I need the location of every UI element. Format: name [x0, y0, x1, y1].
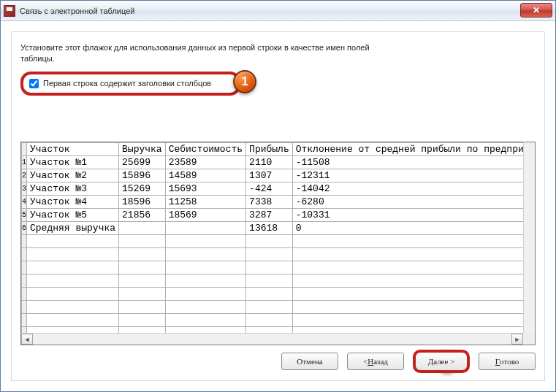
data-cell[interactable] [119, 327, 166, 334]
data-cell[interactable] [27, 301, 119, 314]
table-row[interactable] [22, 248, 524, 261]
data-cell[interactable] [165, 327, 245, 334]
data-cell[interactable] [119, 261, 166, 274]
first-row-headers-checkbox[interactable] [29, 79, 39, 88]
table-row[interactable]: 5Участок №521856185693287-10331 [22, 209, 524, 222]
table-row[interactable] [22, 235, 524, 248]
data-cell[interactable]: 21856 [119, 209, 166, 222]
back-button[interactable]: < Назад [347, 353, 404, 370]
data-cell[interactable] [246, 261, 293, 274]
data-cell[interactable] [27, 327, 119, 334]
scroll-right-button[interactable]: ► [511, 334, 523, 345]
table-row[interactable] [22, 301, 524, 314]
data-cell[interactable]: 15896 [119, 169, 166, 182]
titlebar[interactable]: Связь с электронной таблицей ✕ [1, 1, 555, 21]
data-cell[interactable] [246, 274, 293, 288]
data-cell[interactable] [27, 235, 119, 248]
col-header[interactable]: Участок [27, 143, 119, 156]
data-cell[interactable] [27, 274, 119, 288]
data-cell[interactable]: 15269 [119, 182, 166, 196]
cancel-button[interactable]: Отмена [281, 353, 338, 370]
data-cell[interactable] [27, 248, 119, 261]
data-cell[interactable] [246, 301, 293, 314]
table-row[interactable] [22, 288, 524, 301]
data-cell[interactable] [292, 288, 523, 301]
data-cell[interactable] [246, 235, 293, 248]
data-cell[interactable] [246, 288, 293, 301]
scroll-left-button[interactable]: ◄ [21, 334, 33, 345]
data-cell[interactable] [292, 314, 523, 327]
data-cell[interactable] [165, 314, 245, 327]
table-row[interactable] [22, 314, 524, 327]
data-cell[interactable]: 0 [292, 222, 523, 235]
data-cell[interactable] [119, 274, 166, 288]
data-cell[interactable] [165, 235, 245, 248]
first-row-headers-checkbox-wrap[interactable]: Первая строка содержит заголовки столбцо… [20, 72, 240, 96]
data-cell[interactable]: 13618 [246, 222, 293, 235]
data-cell[interactable] [27, 261, 119, 274]
data-cell[interactable] [165, 301, 245, 314]
data-cell[interactable] [246, 327, 293, 334]
col-header[interactable]: Выручка [119, 143, 166, 156]
col-header[interactable]: Отклонение от средней прибыли по предпри [292, 143, 523, 156]
data-cell[interactable]: 14589 [165, 169, 245, 182]
data-cell[interactable]: Участок №4 [27, 196, 119, 209]
table-row[interactable] [22, 261, 524, 274]
data-cell[interactable]: Средняя выручка [27, 222, 119, 235]
data-cell[interactable] [246, 248, 293, 261]
data-cell[interactable] [165, 288, 245, 301]
data-cell[interactable]: -6280 [292, 196, 523, 209]
data-cell[interactable] [292, 301, 523, 314]
data-cell[interactable]: 7338 [246, 196, 293, 209]
data-cell[interactable] [292, 327, 523, 334]
table-row[interactable]: 2Участок №215896145891307-12311 [22, 169, 524, 182]
data-cell[interactable] [119, 301, 166, 314]
data-cell[interactable]: -10331 [292, 209, 523, 222]
vertical-scrollbar[interactable] [523, 142, 535, 333]
data-cell[interactable]: -14042 [292, 182, 523, 196]
data-cell[interactable]: Участок №1 [27, 156, 119, 169]
data-cell[interactable] [292, 235, 523, 248]
table-row[interactable] [22, 274, 524, 288]
data-cell[interactable] [119, 235, 166, 248]
data-cell[interactable] [165, 261, 245, 274]
finish-button[interactable]: Готово [479, 353, 536, 370]
data-cell[interactable]: 25699 [119, 156, 166, 169]
data-cell[interactable]: 11258 [165, 196, 245, 209]
data-cell[interactable] [165, 222, 245, 235]
table-row[interactable]: 1Участок №125699235892110-11508 [22, 156, 524, 169]
data-cell[interactable]: 3287 [246, 209, 293, 222]
data-cell[interactable]: Участок №3 [27, 182, 119, 196]
data-cell[interactable]: 23589 [165, 156, 245, 169]
data-cell[interactable] [165, 248, 245, 261]
data-cell[interactable] [119, 222, 166, 235]
table-row[interactable]: 3Участок №31526915693-424-14042 [22, 182, 524, 196]
data-cell[interactable] [292, 261, 523, 274]
data-cell[interactable]: -424 [246, 182, 293, 196]
data-cell[interactable] [119, 248, 166, 261]
data-cell[interactable] [119, 288, 166, 301]
data-cell[interactable] [119, 314, 166, 327]
horizontal-scrollbar[interactable]: ◄ ► [21, 333, 523, 345]
data-cell[interactable] [27, 314, 119, 327]
data-cell[interactable] [165, 274, 245, 288]
data-cell[interactable]: Участок №2 [27, 169, 119, 182]
data-cell[interactable]: -12311 [292, 169, 523, 182]
data-cell[interactable]: 15693 [165, 182, 245, 196]
data-cell[interactable]: 1307 [246, 169, 293, 182]
data-cell[interactable] [27, 288, 119, 301]
col-header[interactable]: Прибыль [246, 143, 293, 156]
table-row[interactable] [22, 327, 524, 334]
col-header[interactable]: Себистоимость [165, 143, 245, 156]
data-cell[interactable] [292, 274, 523, 288]
data-cell[interactable]: 2110 [246, 156, 293, 169]
table-row[interactable]: 6Средняя выручка136180 [22, 222, 524, 235]
data-cell[interactable]: Участок №5 [27, 209, 119, 222]
close-button[interactable]: ✕ [520, 3, 552, 18]
data-cell[interactable]: -11508 [292, 156, 523, 169]
data-cell[interactable]: 18569 [165, 209, 245, 222]
table-row[interactable]: 4Участок №418596112587338-6280 [22, 196, 524, 209]
next-button[interactable]: Далее > [413, 350, 470, 373]
data-cell[interactable]: 18596 [119, 196, 166, 209]
data-cell[interactable] [292, 248, 523, 261]
